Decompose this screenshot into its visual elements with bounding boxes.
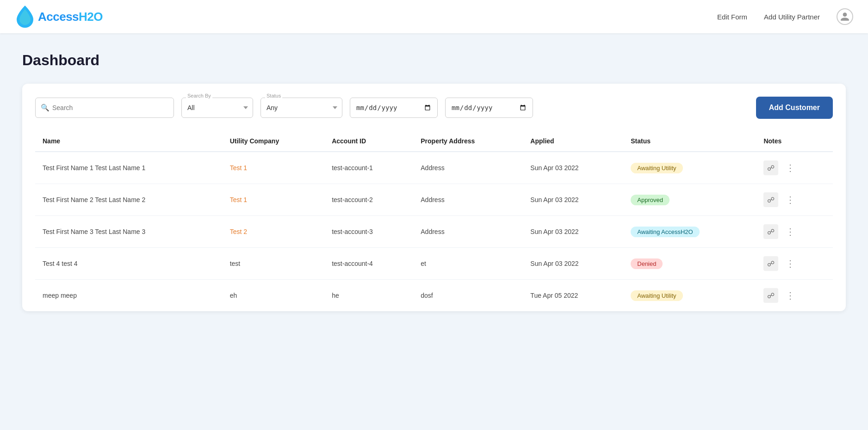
cell-address: Address	[413, 152, 523, 184]
col-status: Status	[623, 132, 756, 152]
status-badge: Awaiting AccessH2O	[631, 227, 699, 237]
cell-applied: Tue Apr 05 2022	[523, 280, 623, 312]
logo-text: AccessH2O	[38, 10, 103, 24]
notes-icon[interactable]: ☍	[763, 256, 778, 271]
cell-applied: Sun Apr 03 2022	[523, 216, 623, 248]
cell-name: Test First Name 2 Test Last Name 2	[35, 184, 223, 216]
status-badge: Approved	[631, 195, 670, 205]
col-account-id: Account ID	[324, 132, 413, 152]
cell-notes: ☍ ⋮	[756, 280, 833, 312]
filters-row: 🔍 Search By All Name Account ID Property…	[35, 97, 833, 119]
cell-account-id: test-account-3	[324, 216, 413, 248]
action-cell: ☍ ⋮	[763, 224, 825, 239]
action-cell: ☍ ⋮	[763, 288, 825, 303]
logo-drop-icon	[15, 5, 35, 29]
header: AccessH2O Edit Form Add Utility Partner	[0, 0, 868, 33]
avatar-icon	[840, 12, 850, 22]
cell-status: Awaiting Utility	[623, 152, 756, 184]
cell-utility: Test 1	[223, 152, 325, 184]
cell-account-id: test-account-4	[324, 248, 413, 280]
edit-form-link[interactable]: Edit Form	[717, 13, 747, 21]
search-icon: 🔍	[41, 104, 50, 112]
status-badge: Denied	[631, 258, 663, 269]
cell-account-id: test-account-1	[324, 152, 413, 184]
logo: AccessH2O	[15, 5, 103, 29]
status-filter: Status Any Awaiting Utility Approved Awa…	[260, 98, 342, 118]
col-applied: Applied	[523, 132, 623, 152]
notes-icon[interactable]: ☍	[763, 192, 778, 207]
dashboard-card: 🔍 Search By All Name Account ID Property…	[22, 84, 846, 311]
customers-table-wrap: Name Utility Company Account ID Property…	[35, 132, 833, 311]
status-badge: Awaiting Utility	[631, 163, 682, 173]
cell-notes: ☍ ⋮	[756, 184, 833, 216]
col-name: Name	[35, 132, 223, 152]
cell-address: Address	[413, 216, 523, 248]
main-content: Dashboard 🔍 Search By All Name Account I…	[0, 33, 868, 330]
status-select[interactable]: Any Awaiting Utility Approved Awaiting A…	[260, 98, 342, 118]
col-notes: Notes	[756, 132, 833, 152]
add-utility-partner-link[interactable]: Add Utility Partner	[764, 13, 820, 21]
cell-name: Test First Name 3 Test Last Name 3	[35, 216, 223, 248]
col-utility-company: Utility Company	[223, 132, 325, 152]
search-by-filter: Search By All Name Account ID Property A…	[181, 98, 253, 118]
cell-applied: Sun Apr 03 2022	[523, 248, 623, 280]
add-customer-button[interactable]: Add Customer	[756, 97, 833, 119]
notes-icon[interactable]: ☍	[763, 160, 778, 175]
cell-status: Approved	[623, 184, 756, 216]
from-date-input[interactable]	[350, 98, 438, 118]
search-by-select[interactable]: All Name Account ID Property Address	[181, 98, 253, 118]
cell-notes: ☍ ⋮	[756, 152, 833, 184]
table-row: Test First Name 3 Test Last Name 3 Test …	[35, 216, 833, 248]
cell-address: et	[413, 248, 523, 280]
table-header: Name Utility Company Account ID Property…	[35, 132, 833, 152]
customers-table: Name Utility Company Account ID Property…	[35, 132, 833, 311]
search-input[interactable]	[35, 98, 174, 118]
cell-utility: test	[223, 248, 325, 280]
to-date-input[interactable]	[445, 98, 533, 118]
table-body: Test First Name 1 Test Last Name 1 Test …	[35, 152, 833, 311]
cell-account-id: test-account-2	[324, 184, 413, 216]
more-options-icon[interactable]: ⋮	[784, 225, 797, 238]
more-options-icon[interactable]: ⋮	[784, 161, 797, 174]
header-nav: Edit Form Add Utility Partner	[717, 8, 853, 25]
more-options-icon[interactable]: ⋮	[784, 289, 797, 302]
action-cell: ☍ ⋮	[763, 160, 825, 175]
cell-applied: Sun Apr 03 2022	[523, 184, 623, 216]
cell-name: Test First Name 1 Test Last Name 1	[35, 152, 223, 184]
status-label: Status	[265, 93, 282, 98]
notes-icon[interactable]: ☍	[763, 224, 778, 239]
search-wrap: 🔍	[35, 98, 174, 118]
cell-applied: Sun Apr 03 2022	[523, 152, 623, 184]
user-avatar[interactable]	[837, 8, 853, 25]
more-options-icon[interactable]: ⋮	[784, 257, 797, 270]
cell-utility: Test 2	[223, 216, 325, 248]
action-cell: ☍ ⋮	[763, 192, 825, 207]
table-row: Test First Name 1 Test Last Name 1 Test …	[35, 152, 833, 184]
table-row: Test 4 test 4 test test-account-4 et Sun…	[35, 248, 833, 280]
cell-utility: Test 1	[223, 184, 325, 216]
action-cell: ☍ ⋮	[763, 256, 825, 271]
more-options-icon[interactable]: ⋮	[784, 193, 797, 206]
table-row: meep meep eh he dosf Tue Apr 05 2022 Awa…	[35, 280, 833, 312]
table-row: Test First Name 2 Test Last Name 2 Test …	[35, 184, 833, 216]
search-by-label: Search By	[186, 93, 212, 98]
col-property-address: Property Address	[413, 132, 523, 152]
cell-status: Awaiting Utility	[623, 280, 756, 312]
notes-icon[interactable]: ☍	[763, 288, 778, 303]
status-badge: Awaiting Utility	[631, 290, 682, 301]
cell-notes: ☍ ⋮	[756, 216, 833, 248]
cell-utility: eh	[223, 280, 325, 312]
cell-name: meep meep	[35, 280, 223, 312]
cell-name: Test 4 test 4	[35, 248, 223, 280]
cell-address: Address	[413, 184, 523, 216]
cell-status: Awaiting AccessH2O	[623, 216, 756, 248]
cell-account-id: he	[324, 280, 413, 312]
cell-address: dosf	[413, 280, 523, 312]
cell-status: Denied	[623, 248, 756, 280]
cell-notes: ☍ ⋮	[756, 248, 833, 280]
page-title: Dashboard	[22, 52, 846, 69]
